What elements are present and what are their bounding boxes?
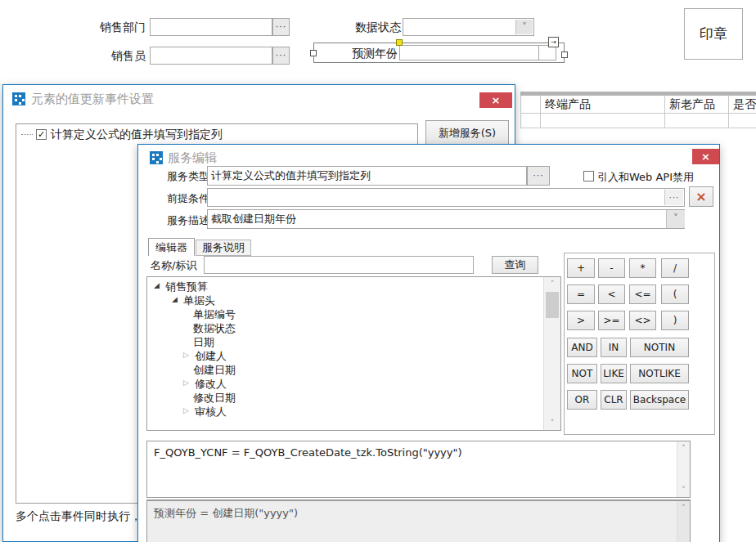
table-corner-cell[interactable] — [521, 96, 541, 114]
tree-node-doc-number[interactable]: 单据编号 — [147, 307, 542, 321]
selection-handle-left[interactable] — [310, 50, 317, 56]
tab-editor[interactable]: 编辑器 — [148, 238, 195, 256]
formula-code-text: F_QOYB_YCNF = F_QOYB_CreateDate_tzk.ToSt… — [154, 446, 462, 459]
dialog2-close-button[interactable]: × — [692, 149, 719, 164]
tree-expanded-icon[interactable]: ◢ — [154, 281, 160, 289]
tree-node-auditor[interactable]: ▷审核人 — [147, 405, 542, 419]
op-not-button[interactable]: NOT — [567, 364, 597, 383]
tab-service-info[interactable]: 服务说明 — [196, 240, 251, 256]
scroll-up-icon[interactable]: ˄ — [677, 442, 690, 455]
table-header-terminal-product[interactable]: 终端产品 — [541, 96, 665, 114]
web-api-checkbox[interactable] — [583, 171, 594, 181]
table-row-cell[interactable] — [541, 114, 665, 128]
service-desc-combo[interactable]: 截取创建日期年份 — [207, 209, 685, 229]
sales-dept-label: 销售部门 — [100, 20, 146, 35]
service-edit-dialog: 服务编辑 × 服务类型 计算定义公式的值并填写到指定列 ··· 引入和Web A… — [137, 144, 720, 542]
op-less-equal-button[interactable]: <= — [629, 284, 656, 304]
precondition-lookup-button[interactable]: ··· — [664, 190, 683, 205]
scroll-up-icon[interactable]: ˄ — [544, 278, 560, 290]
tree-collapsed-icon[interactable]: ▷ — [183, 406, 189, 414]
dialog2-titlebar[interactable]: 服务编辑 × — [138, 145, 719, 168]
data-status-label: 数据状态 — [355, 20, 401, 35]
table-row-cell[interactable] — [729, 114, 756, 128]
service-desc-chevron[interactable]: ˅ — [666, 210, 685, 228]
name-id-input[interactable] — [204, 256, 474, 274]
op-backspace-button[interactable]: Backspace — [630, 390, 689, 410]
formula-code-scrollbar[interactable]: ˄ ˅ — [677, 441, 690, 497]
formula-preview-scrollbar[interactable]: ˄ — [677, 501, 690, 542]
op-or-button[interactable]: OR — [567, 390, 597, 410]
precondition-clear-button[interactable]: × — [689, 186, 713, 207]
tree-node-data-status[interactable]: 数据状态 — [147, 321, 542, 335]
formula-code-box[interactable]: F_QOYB_YCNF = F_QOYB_CreateDate_tzk.ToSt… — [146, 441, 691, 498]
tree-scroll-thumb[interactable] — [546, 292, 559, 318]
op-notin-button[interactable]: NOTIN — [630, 338, 689, 357]
tree-scrollbar[interactable]: ˄ ˅ — [543, 277, 560, 430]
table-header-new-old-product[interactable]: 新老产品 — [665, 96, 729, 114]
ellipsis-icon: ··· — [276, 21, 287, 32]
op-greater-equal-button[interactable]: >= — [598, 311, 625, 330]
scroll-down-icon[interactable]: ˅ — [544, 417, 560, 429]
tree-collapsed-icon[interactable]: ▷ — [183, 351, 189, 359]
op-divide-button[interactable]: / — [661, 258, 689, 278]
name-id-label: 名称/标识 — [151, 258, 196, 273]
op-minus-button[interactable]: - — [598, 258, 625, 278]
op-like-button[interactable]: LIKE — [601, 364, 627, 383]
tree-expanded-icon[interactable]: ◢ — [172, 295, 178, 303]
op-plus-button[interactable]: + — [567, 258, 595, 278]
scroll-down-icon[interactable]: ˅ — [677, 484, 690, 496]
op-open-paren-button[interactable]: ( — [661, 284, 689, 304]
dialog1-titlebar[interactable]: 元素的值更新事件设置 × — [3, 85, 515, 112]
tree-node-modifier[interactable]: ▷修改人 — [147, 377, 542, 391]
app-icon — [12, 92, 25, 105]
op-and-button[interactable]: AND — [567, 338, 597, 357]
tree-node-modify-date[interactable]: 修改日期 — [147, 391, 542, 405]
op-clr-button[interactable]: CLR — [601, 390, 627, 410]
dialog2-title: 服务编辑 — [168, 150, 217, 166]
forecast-year-selected-field[interactable]: 预测年份 → — [313, 43, 565, 63]
tree-collapsed-icon[interactable]: ▷ — [183, 379, 189, 387]
op-greater-button[interactable]: > — [567, 311, 595, 330]
tree-node-creator[interactable]: ▷创建人 — [147, 349, 542, 363]
table-header-partial[interactable]: 是否三 — [729, 96, 756, 114]
sales-dept-input[interactable] — [150, 18, 272, 36]
smart-tag-arrow-icon: → — [551, 38, 556, 46]
precondition-input[interactable]: ··· — [207, 188, 685, 207]
table-row-cell[interactable] — [665, 114, 729, 128]
query-button[interactable]: 查询 — [492, 256, 538, 274]
tree-node-date[interactable]: 日期 — [147, 335, 542, 349]
add-service-button[interactable]: 新增服务(S) — [425, 120, 509, 146]
op-in-button[interactable]: IN — [601, 338, 627, 357]
salesperson-input[interactable] — [150, 47, 272, 65]
salesperson-label: 销售员 — [111, 49, 146, 64]
op-notlike-button[interactable]: NOTLIKE — [630, 364, 689, 383]
selection-handle-right[interactable] — [561, 52, 568, 58]
close-icon: × — [492, 94, 501, 106]
op-equals-button[interactable]: = — [567, 284, 595, 304]
scroll-up-icon[interactable]: ˄ — [677, 502, 690, 514]
salesperson-lookup-button[interactable]: ··· — [272, 47, 290, 65]
smart-tag-button[interactable]: → — [548, 37, 559, 47]
sales-dept-lookup-button[interactable]: ··· — [272, 18, 290, 36]
chevron-down-icon[interactable]: ˅ — [515, 20, 533, 34]
app-icon — [150, 151, 163, 164]
tree-node-sales-budget[interactable]: ◢销售预算 — [147, 280, 542, 293]
selection-handle-top[interactable] — [396, 39, 403, 46]
tree-node-doc-header[interactable]: ◢单据头 — [147, 293, 542, 307]
precondition-label: 前提条件 — [167, 191, 209, 206]
tree-node-create-date[interactable]: 创建日期 — [147, 363, 542, 377]
op-less-button[interactable]: < — [598, 284, 625, 304]
op-multiply-button[interactable]: * — [629, 258, 656, 278]
table-row-cell[interactable] — [521, 114, 541, 128]
event-service-item[interactable]: ✓ 计算定义公式的值并填写到指定列 — [20, 128, 414, 142]
event-service-checkbox[interactable]: ✓ — [36, 129, 47, 140]
op-close-paren-button[interactable]: ) — [661, 311, 689, 330]
dialog1-close-button[interactable]: × — [479, 92, 512, 108]
forecast-year-input[interactable] — [399, 45, 539, 60]
op-not-equal-button[interactable]: <> — [629, 311, 656, 330]
service-type-lookup-button[interactable]: ··· — [527, 166, 550, 186]
seal-field[interactable]: 印章 — [684, 8, 743, 60]
data-status-combo[interactable]: ˅ — [403, 18, 534, 36]
seal-label: 印章 — [700, 25, 727, 43]
service-type-input[interactable]: 计算定义公式的值并填写到指定列 — [207, 166, 527, 186]
